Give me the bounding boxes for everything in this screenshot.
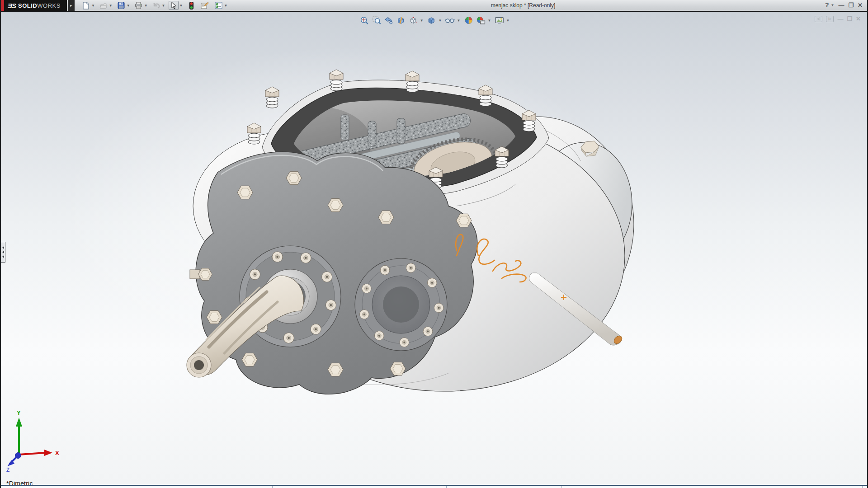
window-controls: ? ▼ — ❐ ✕ [825,1,863,9]
rebuild-button[interactable] [186,1,196,10]
open-folder-icon [99,2,108,9]
display-style-dropdown[interactable]: ▼ [439,19,442,23]
help-dropdown[interactable]: ▼ [831,3,835,7]
status-divider [272,486,273,488]
edit-note-icon [201,2,209,9]
appearance-ball-icon [464,16,472,24]
zoom-to-fit-icon [360,16,368,25]
display-style-button[interactable] [427,15,437,25]
logo-red-stripe [1,0,4,11]
triad-x-label: X [55,450,59,456]
select-dropdown[interactable]: ▼ [179,4,183,8]
apply-scene-button[interactable] [476,15,486,25]
save-floppy-icon [118,2,125,9]
solidworks-glyph-icon: ƎS [8,2,16,9]
view-settings-dropdown[interactable]: ▼ [506,19,509,23]
undo-dropdown[interactable]: ▼ [162,4,165,8]
view-settings-button[interactable] [494,15,504,25]
section-view-button[interactable] [396,15,406,25]
save-dropdown[interactable]: ▼ [127,4,130,8]
hide-show-items-button[interactable] [445,15,455,25]
edit-note-button[interactable] [200,1,210,10]
solidworks-logo: ƎS SOLIDWORKS [1,0,67,11]
undo-button[interactable] [151,1,161,10]
right-bearing-cover [355,258,447,351]
3d-viewport[interactable]: ▼ ▼ ▼ ▼ ▼ ◁ ▷ — ❐ ✕ [1,11,867,485]
save-button[interactable] [116,1,126,10]
apply-scene-icon [476,16,485,24]
zoom-to-area-icon [372,16,381,25]
brand-text-works: WORKS [37,2,61,9]
doc-minimize-button[interactable]: — [837,15,843,22]
status-bar [1,485,867,488]
zoom-to-fit-button[interactable] [359,15,369,25]
doc-close-button[interactable]: ✕ [856,15,861,22]
print-icon [135,2,142,9]
open-dropdown[interactable]: ▼ [109,4,113,8]
options-checklist-icon [215,2,222,9]
view-settings-icon [495,17,504,24]
restore-button[interactable]: ❐ [848,2,854,9]
collapse-left-pane-button[interactable]: ◁ [815,16,822,22]
new-document-button[interactable] [81,1,91,10]
view-orientation-label: *Dimetric [6,480,33,485]
display-style-icon [427,16,436,25]
help-button[interactable]: ? [825,1,829,9]
previous-view-button[interactable] [384,15,394,25]
gearbox-model [1,12,867,485]
triad-z-label: Z [6,467,9,473]
status-divider [862,486,863,488]
solidworks-window: ƎS SOLIDWORKS ▸ ▼ ▼ ▼ ▼ ▼ ▼ [0,0,868,488]
doc-restore-button[interactable]: ❐ [847,15,852,22]
view-orientation-icon [409,16,417,25]
menu-expand-arrow[interactable]: ▸ [68,0,75,11]
options-dropdown[interactable]: ▼ [224,4,227,8]
minimize-button[interactable]: — [838,2,844,9]
status-divider [561,486,562,488]
view-orientation-button[interactable] [408,15,418,25]
new-document-icon [82,2,90,9]
view-orientation-dropdown[interactable]: ▼ [420,19,424,23]
select-cursor-icon [170,2,177,9]
select-button[interactable] [169,1,179,10]
options-button[interactable] [213,1,223,10]
traffic-light-icon [189,2,193,9]
document-window-controls: ◁ ▷ — ❐ ✕ [815,15,861,22]
eyeglasses-icon [445,17,455,23]
print-button[interactable] [134,1,144,10]
section-view-icon [396,16,405,25]
window-title: menjac sklop * [Read-only] [491,2,556,9]
heads-up-toolbar: ▼ ▼ ▼ ▼ ▼ [359,15,511,25]
collapse-right-pane-button[interactable]: ▷ [826,16,834,22]
reference-triad: Y X Z [1,12,73,485]
close-button[interactable]: ✕ [858,2,863,9]
triad-y-label: Y [17,409,21,416]
print-dropdown[interactable]: ▼ [144,4,148,8]
undo-icon [152,2,160,9]
edit-appearance-button[interactable] [463,15,473,25]
title-bar: ƎS SOLIDWORKS ▸ ▼ ▼ ▼ ▼ ▼ ▼ [1,0,867,11]
new-dropdown[interactable]: ▼ [91,4,95,8]
apply-scene-dropdown[interactable]: ▼ [487,19,491,23]
side-bolt [190,268,212,280]
open-button[interactable] [99,1,108,10]
previous-view-icon [384,16,393,24]
hide-show-dropdown[interactable]: ▼ [457,19,461,23]
main-toolbar: ▼ ▼ ▼ ▼ ▼ ▼ ▼ [81,1,230,10]
brand-text-solid: SOLID [18,2,37,9]
zoom-to-area-button[interactable] [372,15,382,25]
status-divider [446,486,447,488]
